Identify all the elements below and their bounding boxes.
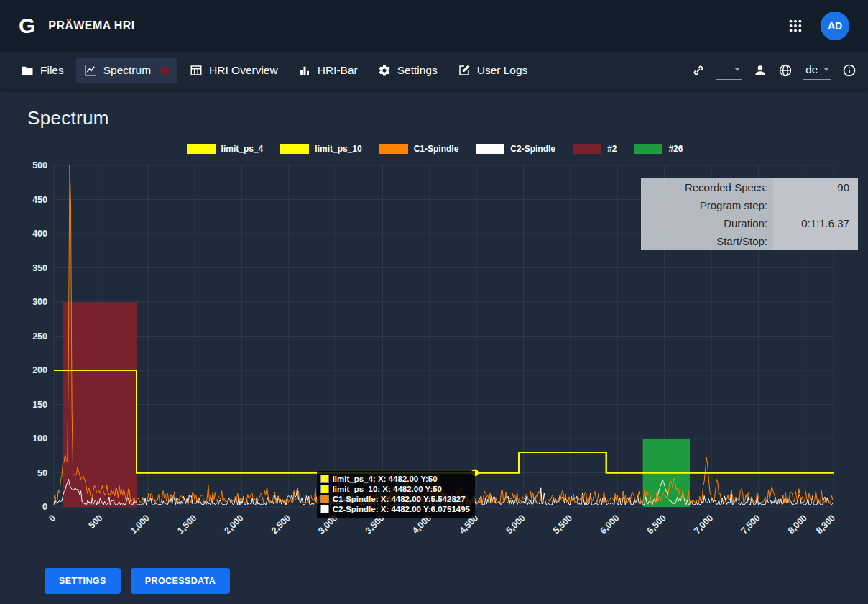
svg-text:8,300: 8,300 bbox=[814, 513, 837, 536]
info-value: 90 bbox=[773, 178, 858, 196]
svg-text:5,500: 5,500 bbox=[551, 513, 574, 536]
nav-item-user-logs[interactable]: User Logs bbox=[450, 58, 536, 83]
nav-item-settings[interactable]: Settings bbox=[370, 58, 445, 83]
svg-text:2,500: 2,500 bbox=[269, 513, 292, 536]
nav-item-label: HRI-Bar bbox=[318, 64, 358, 77]
info-icon[interactable] bbox=[842, 63, 857, 78]
recording-dot bbox=[160, 66, 170, 76]
processdata-button[interactable]: PROCESSDATA bbox=[131, 568, 230, 594]
tooltip-row: limit_ps_10: X: 4482.00 Y:50 bbox=[320, 484, 470, 494]
svg-text:450: 450 bbox=[32, 195, 47, 205]
language-globe-icon[interactable] bbox=[778, 63, 793, 78]
selected-value: de bbox=[805, 63, 818, 76]
svg-text:100: 100 bbox=[32, 434, 47, 444]
legend-swatch bbox=[573, 144, 601, 154]
action-buttons: SETTINGSPROCESSDATA bbox=[45, 568, 868, 594]
legend-item[interactable]: limit_ps_10 bbox=[280, 144, 361, 154]
top-header: G PRÄWEMA HRI AD bbox=[0, 0, 868, 52]
svg-text:50: 50 bbox=[37, 468, 47, 478]
chart-legend: limit_ps_4limit_ps_10C1-SpindleC2-Spindl… bbox=[22, 141, 848, 157]
legend-swatch bbox=[634, 144, 662, 154]
legend-item[interactable]: C2-Spindle bbox=[476, 144, 555, 154]
legend-item[interactable]: C1-Spindle bbox=[379, 144, 459, 154]
legend-label: C2-Spindle bbox=[510, 144, 555, 154]
tooltip-text: C1-Spindle: X: 4482.00 Y:5.542827 bbox=[333, 494, 466, 504]
nav-item-label: Files bbox=[40, 64, 64, 77]
link-icon[interactable] bbox=[691, 63, 706, 78]
spectrum-chart: limit_ps_4limit_ps_10C1-SpindleC2-Spindl… bbox=[22, 141, 848, 565]
legend-swatch bbox=[280, 144, 309, 154]
nav-item-hri-bar[interactable]: HRI-Bar bbox=[290, 58, 366, 83]
legend-swatch bbox=[379, 144, 408, 154]
caret-down-icon bbox=[823, 68, 829, 71]
tooltip-row: C2-Spindle: X: 4482.00 Y:6.0751495 bbox=[320, 504, 470, 514]
svg-text:300: 300 bbox=[32, 297, 47, 307]
series-swatch bbox=[320, 495, 329, 503]
avatar[interactable]: AD bbox=[821, 12, 849, 40]
info-label: Duration: bbox=[641, 214, 773, 232]
tooltip-row: limit_ps_4: X: 4482.00 Y:50 bbox=[320, 474, 470, 484]
svg-text:7,500: 7,500 bbox=[739, 513, 762, 536]
legend-label: limit_ps_10 bbox=[315, 144, 361, 154]
connection-select[interactable] bbox=[716, 61, 742, 80]
legend-label: limit_ps_4 bbox=[221, 144, 264, 154]
info-value bbox=[773, 196, 858, 214]
nav-item-files[interactable]: Files bbox=[13, 58, 72, 83]
svg-text:400: 400 bbox=[32, 229, 47, 239]
series-swatch bbox=[320, 475, 329, 483]
svg-text:0: 0 bbox=[47, 513, 57, 523]
svg-text:6,500: 6,500 bbox=[645, 513, 668, 536]
nav-item-label: HRI Overview bbox=[209, 64, 278, 77]
info-label: Recorded Specs: bbox=[641, 178, 773, 196]
tooltip-row: C1-Spindle: X: 4482.00 Y:5.542827 bbox=[320, 494, 470, 504]
table-icon bbox=[190, 64, 203, 77]
main-content: Spectrum limit_ps_4limit_ps_10C1-Spindle… bbox=[0, 105, 868, 594]
apps-grid-icon[interactable] bbox=[788, 18, 803, 34]
svg-text:1,500: 1,500 bbox=[175, 513, 198, 536]
svg-text:5,000: 5,000 bbox=[504, 513, 527, 536]
topbar-right: AD bbox=[788, 12, 849, 40]
settings-button[interactable]: SETTINGS bbox=[45, 568, 121, 594]
bar-chart-icon bbox=[298, 64, 311, 77]
language-select[interactable]: de bbox=[803, 61, 831, 80]
legend-label: #2 bbox=[607, 144, 617, 154]
svg-text:250: 250 bbox=[32, 331, 47, 342]
chart-tooltip: limit_ps_4: X: 4482.00 Y:50limit_ps_10: … bbox=[317, 471, 475, 518]
svg-text:0: 0 bbox=[42, 502, 47, 512]
legend-swatch bbox=[476, 144, 504, 154]
info-panel: Recorded Specs:90Program step:Duration:0… bbox=[641, 178, 858, 250]
series-swatch bbox=[320, 485, 329, 493]
nav-item-hri-overview[interactable]: HRI Overview bbox=[182, 58, 286, 83]
svg-text:150: 150 bbox=[32, 400, 47, 410]
legend-item[interactable]: limit_ps_4 bbox=[187, 144, 264, 154]
edit-icon bbox=[458, 64, 471, 77]
praewema-logo: G bbox=[19, 15, 35, 37]
folder-icon bbox=[21, 64, 34, 77]
svg-text:200: 200 bbox=[32, 365, 47, 375]
legend-item[interactable]: #2 bbox=[573, 144, 617, 154]
svg-text:1,000: 1,000 bbox=[129, 513, 152, 536]
main-nav: FilesSpectrumHRI OverviewHRI-BarSettings… bbox=[0, 52, 868, 89]
nav-item-spectrum[interactable]: Spectrum bbox=[76, 58, 177, 83]
nav-right-controls: de bbox=[691, 61, 857, 80]
user-icon[interactable] bbox=[753, 63, 767, 78]
series-swatch bbox=[320, 505, 329, 513]
svg-text:350: 350 bbox=[32, 263, 47, 273]
nav-item-label: User Logs bbox=[477, 64, 528, 77]
legend-label: #26 bbox=[668, 144, 683, 154]
svg-text:8,000: 8,000 bbox=[786, 513, 809, 536]
app-title: PRÄWEMA HRI bbox=[48, 19, 134, 32]
tooltip-text: limit_ps_10: X: 4482.00 Y:50 bbox=[333, 484, 442, 494]
nav-item-label: Spectrum bbox=[103, 64, 151, 77]
tooltip-text: limit_ps_4: X: 4482.00 Y:50 bbox=[333, 474, 438, 484]
gear-icon bbox=[378, 64, 391, 77]
legend-label: C1-Spindle bbox=[414, 144, 459, 154]
svg-text:500: 500 bbox=[32, 160, 47, 170]
nav-item-label: Settings bbox=[397, 64, 438, 77]
tooltip-text: C2-Spindle: X: 4482.00 Y:6.0751495 bbox=[333, 504, 470, 514]
info-label: Program step: bbox=[641, 196, 773, 214]
legend-item[interactable]: #26 bbox=[634, 144, 683, 154]
svg-text:500: 500 bbox=[87, 513, 105, 531]
svg-text:7,000: 7,000 bbox=[692, 513, 715, 536]
svg-text:6,000: 6,000 bbox=[598, 513, 621, 536]
